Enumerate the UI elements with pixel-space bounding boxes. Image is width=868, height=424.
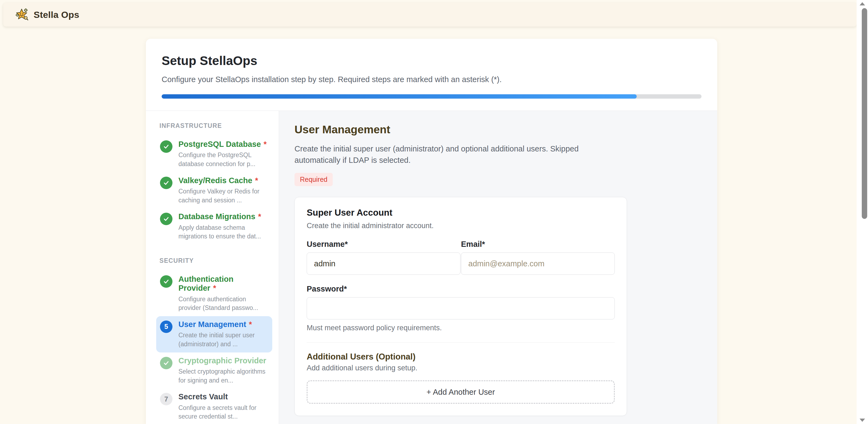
- sidebar-step-postgresql-database[interactable]: PostgreSQL Database* Configure the Postg…: [156, 136, 272, 172]
- required-asterisk: *: [255, 176, 258, 185]
- step-description: Configure Valkey or Redis for caching an…: [179, 187, 269, 204]
- sidebar-step-valkey-redis-cache[interactable]: Valkey/Redis Cache* Configure Valkey or …: [156, 172, 272, 208]
- app-header: Stella Ops: [3, 3, 857, 27]
- sidebar-step-cryptographic-provider[interactable]: Cryptographic Provider Select cryptograp…: [156, 353, 272, 389]
- step-title: Database Migrations: [179, 212, 255, 221]
- wizard-header: Setup StellaOps Configure your StellaOps…: [146, 39, 717, 111]
- steps-sidebar: INFRASTRUCTURE PostgreSQL Database* Conf…: [146, 111, 279, 424]
- password-input[interactable]: [307, 297, 615, 319]
- username-input[interactable]: [307, 253, 460, 275]
- password-label: Password*: [307, 285, 615, 293]
- password-help-text: Must meet password policy requirements.: [307, 324, 615, 332]
- step-description: Apply database schema migrations to ensu…: [179, 223, 269, 241]
- step-title: User Management: [179, 320, 246, 329]
- required-badge: Required: [294, 173, 333, 186]
- sidebar-step-database-migrations[interactable]: Database Migrations* Apply database sche…: [156, 208, 272, 244]
- scrollbar-down-arrow[interactable]: [860, 419, 865, 422]
- step-description: Configure authentication provider (Stand…: [179, 295, 269, 313]
- setup-progress-fill: [162, 94, 637, 99]
- sidebar-step-secrets-vault[interactable]: 7 Secrets Vault Configure a secrets vaul…: [156, 389, 272, 424]
- step-number-badge: 7: [160, 393, 173, 405]
- app-name: Stella Ops: [34, 9, 79, 20]
- step-complete-check-icon: [160, 357, 173, 369]
- sidebar-step-user-management[interactable]: 5 User Management* Create the initial su…: [156, 316, 272, 353]
- step-description: Configure a secrets vault for secure cre…: [179, 403, 269, 421]
- required-asterisk: *: [249, 320, 252, 329]
- panel-divider: [307, 343, 615, 343]
- step-complete-check-icon: [160, 140, 173, 153]
- email-input[interactable]: [461, 253, 615, 275]
- setup-progress-bar: [162, 94, 702, 99]
- required-asterisk: *: [258, 212, 261, 221]
- step-title: Secrets Vault: [179, 392, 228, 401]
- step-complete-check-icon: [160, 213, 173, 225]
- step-title: PostgreSQL Database: [179, 140, 261, 149]
- section-label-infrastructure: INFRASTRUCTURE: [159, 122, 272, 130]
- additional-users-title: Additional Users (Optional): [307, 352, 615, 362]
- wizard-title: Setup StellaOps: [162, 53, 702, 68]
- step-number-badge: 5: [160, 321, 173, 333]
- step-description: Create the initial super user (administr…: [179, 331, 269, 349]
- add-another-user-button[interactable]: + Add Another User: [307, 380, 615, 404]
- step-complete-check-icon: [160, 177, 173, 189]
- sidebar-step-authentication-provider[interactable]: Authentication Provider* Configure authe…: [156, 271, 272, 316]
- scrollbar-thumb[interactable]: [862, 8, 867, 219]
- username-label: Username*: [307, 240, 460, 249]
- wizard-subtitle: Configure your StellaOps installation st…: [162, 75, 702, 84]
- step-complete-check-icon: [160, 275, 173, 288]
- additional-users-subtitle: Add additional users during setup.: [307, 364, 615, 372]
- section-label-security: SECURITY: [159, 257, 272, 264]
- page-scrollbar[interactable]: [857, 0, 868, 424]
- step-title: Authentication Provider: [179, 275, 234, 292]
- super-user-panel: Super User Account Create the initial ad…: [294, 197, 627, 416]
- page-title: User Management: [294, 123, 717, 136]
- page-description: Create the initial super user (administr…: [294, 143, 598, 166]
- required-asterisk: *: [213, 284, 216, 292]
- step-content: User Management Create the initial super…: [279, 111, 717, 424]
- email-label: Email*: [461, 240, 615, 249]
- scrollbar-up-arrow[interactable]: [860, 2, 865, 5]
- step-title: Cryptographic Provider: [179, 356, 266, 365]
- step-title: Valkey/Redis Cache: [179, 176, 252, 185]
- step-description: Select cryptographic algorithms for sign…: [179, 367, 269, 385]
- step-description: Configure the PostgreSQL database connec…: [179, 151, 269, 168]
- super-user-title: Super User Account: [307, 207, 615, 218]
- required-asterisk: *: [264, 140, 267, 149]
- stella-ops-logo-icon: [15, 8, 29, 22]
- super-user-subtitle: Create the initial administrator account…: [307, 222, 615, 230]
- setup-card: Setup StellaOps Configure your StellaOps…: [146, 39, 717, 424]
